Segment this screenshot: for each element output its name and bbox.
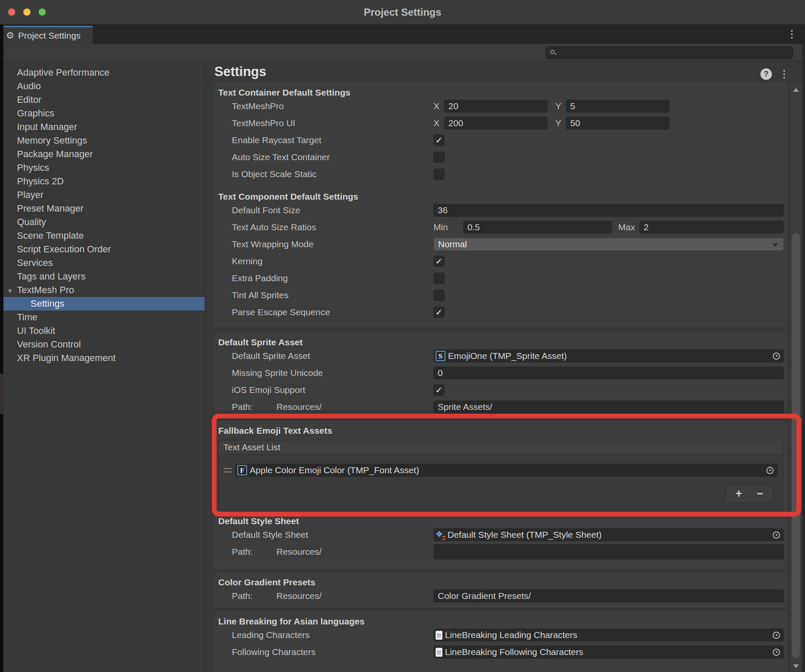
window-title: Project Settings	[0, 0, 805, 25]
textmeshpro-x-field[interactable]: 20	[444, 100, 548, 113]
tint-all-sprites-checkbox[interactable]	[433, 290, 445, 301]
right-edge-strip	[802, 44, 805, 672]
settings-scroll-area: Text Container Default Settings TextMesh…	[205, 83, 805, 672]
auto-size-min-field[interactable]: 0.5	[463, 221, 612, 234]
section-title: Line Breaking for Asian languages	[215, 613, 786, 627]
sidebar-item-services[interactable]: Services	[3, 256, 205, 270]
extra-padding-checkbox[interactable]	[433, 273, 445, 284]
following-characters-object-field[interactable]: LineBreaking Following Characters	[433, 646, 784, 658]
setting-row-default-style-sheet: Default Style Sheet ❖ Default Style Shee…	[215, 526, 786, 543]
section-title: Color Gradient Presets	[215, 573, 786, 587]
style-sheet-path-field[interactable]	[433, 544, 784, 559]
object-picker-icon[interactable]	[773, 649, 780, 656]
textmeshpro-y-field[interactable]: 5	[566, 100, 670, 113]
object-scale-static-checkbox[interactable]	[433, 169, 445, 180]
vertical-scrollbar[interactable]	[790, 84, 802, 671]
sidebar-item-version-control[interactable]: Version Control	[3, 338, 205, 351]
sidebar-list: Adaptive Performance Audio Editor Graphi…	[3, 66, 205, 365]
sidebar-item-preset-manager[interactable]: Preset Manager	[3, 202, 205, 215]
sidebar-item-adaptive-performance[interactable]: Adaptive Performance	[3, 66, 205, 79]
object-picker-icon[interactable]	[773, 531, 780, 539]
scroll-up-icon[interactable]	[793, 88, 799, 92]
sidebar-item-memory-settings[interactable]: Memory Settings	[3, 134, 205, 147]
tabbar-menu-icon[interactable]	[786, 28, 797, 41]
sidebar-item-time[interactable]: Time	[3, 311, 205, 324]
default-style-sheet-object-field[interactable]: ❖ Default Style Sheet (TMP_Style Sheet)	[433, 528, 784, 541]
section-default-style-sheet: Default Style Sheet Default Style Sheet …	[214, 512, 787, 568]
help-icon[interactable]: ?	[760, 68, 772, 80]
fallback-font-asset-object-field[interactable]: F Apple Color Emoji Color (TMP_Font Asse…	[235, 464, 777, 477]
sidebar-item-scene-template[interactable]: Scene Template	[3, 229, 205, 243]
sidebar-item-editor[interactable]: Editor	[3, 93, 205, 107]
setting-row-textmeshpro-ui: TextMeshPro UI X 200 Y 50	[215, 115, 786, 132]
setting-row-text-wrapping-mode: Text Wrapping Mode Normal	[215, 236, 786, 253]
missing-sprite-unicode-field[interactable]: 0	[433, 367, 784, 379]
enable-raycast-checkbox[interactable]: ✓	[433, 135, 445, 146]
setting-row-following-characters: Following Characters LineBreaking Follow…	[215, 644, 786, 661]
auto-size-max-field[interactable]: 2	[639, 221, 784, 234]
text-asset-list-header[interactable]: Text Asset List	[218, 440, 783, 455]
section-title: Default Sprite Asset	[215, 333, 786, 347]
section-default-sprite-asset: Default Sprite Asset Default Sprite Asse…	[214, 333, 787, 409]
remove-item-button[interactable]: −	[757, 488, 763, 500]
gradient-path-field[interactable]: Color Gradient Presets/	[433, 590, 784, 602]
setting-row-default-font-size: Default Font Size 36	[215, 202, 786, 219]
search-box[interactable]	[546, 46, 793, 59]
scrollbar-thumb[interactable]	[792, 233, 800, 658]
search-input[interactable]	[557, 48, 793, 57]
add-item-button[interactable]: +	[735, 488, 742, 500]
setting-row-default-sprite-asset: Default Sprite Asset S EmojiOne (TMP_Spr…	[215, 347, 786, 364]
sidebar-item-graphics[interactable]: Graphics	[3, 107, 205, 120]
scroll-down-icon[interactable]	[793, 664, 799, 668]
sidebar-item-quality[interactable]: Quality	[3, 215, 205, 229]
sidebar-item-player[interactable]: Player	[3, 188, 205, 202]
object-picker-icon[interactable]	[773, 353, 780, 360]
gear-icon: ⚙	[6, 31, 14, 40]
setting-row-tint-all-sprites: Tint All Sprites	[215, 287, 786, 304]
setting-row-leading-characters: Leading Characters LineBreaking Leading …	[215, 627, 786, 644]
sidebar-item-physics[interactable]: Physics	[3, 161, 205, 175]
sidebar-item-tags-and-layers[interactable]: Tags and Layers	[3, 270, 205, 283]
text-wrapping-mode-dropdown[interactable]: Normal	[433, 238, 784, 251]
setting-row-kerning: Kerning ✓	[215, 253, 786, 270]
default-sprite-asset-object-field[interactable]: S EmojiOne (TMP_Sprite Asset)	[433, 350, 784, 362]
page-title: Settings	[214, 64, 266, 79]
textmeshpro-ui-x-field[interactable]: 200	[444, 117, 548, 130]
textmeshpro-ui-y-field[interactable]: 50	[566, 117, 670, 130]
sidebar-item-textmesh-pro[interactable]: ▼ TextMesh Pro	[3, 283, 205, 297]
tab-project-settings[interactable]: ⚙ Project Settings	[0, 26, 93, 44]
sidebar-item-ui-toolkit[interactable]: UI Toolkit	[3, 324, 205, 338]
sprite-path-field[interactable]: Sprite Assets/	[433, 401, 784, 413]
settings-panel: Settings ? Text Container Default Settin…	[205, 62, 805, 672]
sidebar-item-input-manager[interactable]: Input Manager	[3, 120, 205, 134]
sidebar-item-script-execution-order[interactable]: Script Execution Order	[3, 243, 205, 256]
sidebar-item-textmesh-pro-settings[interactable]: Settings	[3, 297, 205, 311]
section-title: Default Style Sheet	[215, 512, 786, 526]
default-font-size-field[interactable]: 36	[433, 204, 784, 217]
auto-size-container-checkbox[interactable]	[433, 152, 445, 163]
foldout-triangle-icon[interactable]: ▼	[7, 287, 13, 294]
object-picker-icon[interactable]	[766, 467, 774, 474]
toolbar	[0, 44, 805, 62]
sidebar-item-xr-plugin-management[interactable]: XR Plugin Management	[3, 351, 205, 365]
panel-menu-icon[interactable]	[779, 68, 790, 81]
text-asset-list: Text Asset List F Apple Color Emoji Colo…	[218, 440, 783, 510]
search-icon	[550, 49, 557, 56]
sidebar-item-package-manager[interactable]: Package Manager	[3, 147, 205, 161]
parse-escape-checkbox[interactable]: ✓	[433, 307, 445, 318]
kerning-checkbox[interactable]: ✓	[433, 256, 445, 267]
sidebar-item-audio[interactable]: Audio	[3, 79, 205, 93]
ios-emoji-support-checkbox[interactable]: ✓	[433, 384, 445, 395]
leading-characters-object-field[interactable]: LineBreaking Leading Characters	[433, 629, 784, 641]
text-asset-list-item[interactable]: F Apple Color Emoji Color (TMP_Font Asse…	[218, 463, 783, 478]
section-fallback-emoji-text-assets: Fallback Emoji Text Assets Text Asset Li…	[214, 421, 787, 522]
section-title: Text Component Default Settings	[215, 188, 786, 202]
section-color-gradient-presets: Color Gradient Presets Path: Resources/ …	[214, 573, 787, 607]
sidebar-item-physics-2d[interactable]: Physics 2D	[3, 175, 205, 188]
drag-handle-icon[interactable]	[224, 468, 232, 472]
project-settings-window: Project Settings ⚙ Project Settings Adap…	[0, 0, 805, 672]
text-asset-icon	[436, 631, 442, 640]
settings-category-sidebar: Adaptive Performance Audio Editor Graphi…	[3, 62, 205, 672]
object-picker-icon[interactable]	[773, 632, 780, 639]
tab-bar: ⚙ Project Settings	[0, 25, 805, 44]
